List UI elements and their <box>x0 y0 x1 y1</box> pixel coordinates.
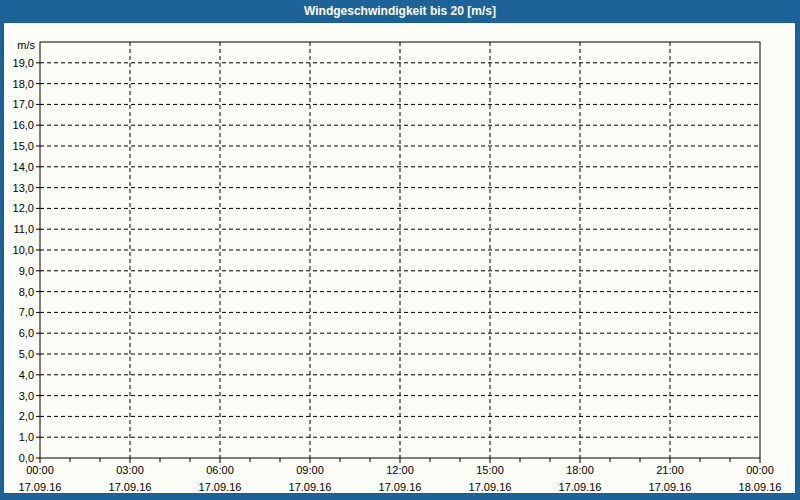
x-tick-time-label: 06:00 <box>206 464 234 476</box>
y-axis-unit-label: m/s <box>17 39 35 51</box>
x-tick-time-label: 12:00 <box>386 464 414 476</box>
y-tick-label: 4,0 <box>19 369 34 381</box>
y-tick-label: 15,0 <box>13 140 34 152</box>
y-tick-label: 3,0 <box>19 390 34 402</box>
x-tick-time-label: 00:00 <box>746 464 774 476</box>
x-tick-date-label: 17.09.16 <box>199 481 242 493</box>
wind-speed-chart: 0,01,02,03,04,05,06,07,08,09,010,011,012… <box>0 0 800 500</box>
y-tick-label: 17,0 <box>13 98 34 110</box>
y-tick-label: 5,0 <box>19 348 34 360</box>
x-tick-date-label: 17.09.16 <box>19 481 62 493</box>
y-tick-label: 0,0 <box>19 452 34 464</box>
y-tick-label: 14,0 <box>13 161 34 173</box>
x-tick-date-label: 17.09.16 <box>379 481 422 493</box>
y-tick-label: 19,0 <box>13 57 34 69</box>
y-tick-label: 10,0 <box>13 244 34 256</box>
x-tick-time-label: 21:00 <box>656 464 684 476</box>
x-tick-time-label: 00:00 <box>26 464 54 476</box>
x-tick-time-label: 18:00 <box>566 464 594 476</box>
x-tick-date-label: 17.09.16 <box>649 481 692 493</box>
y-tick-label: 7,0 <box>19 306 34 318</box>
y-tick-label: 9,0 <box>19 265 34 277</box>
x-tick-time-label: 15:00 <box>476 464 504 476</box>
chart-window: Windgeschwindigkeit bis 20 [m/s] 0,01,02… <box>0 0 800 500</box>
x-tick-date-label: 18.09.16 <box>739 481 782 493</box>
y-tick-label: 6,0 <box>19 327 34 339</box>
y-tick-label: 8,0 <box>19 286 34 298</box>
y-tick-label: 13,0 <box>13 182 34 194</box>
y-tick-label: 16,0 <box>13 119 34 131</box>
x-tick-date-label: 17.09.16 <box>559 481 602 493</box>
x-tick-date-label: 17.09.16 <box>289 481 332 493</box>
y-tick-label: 12,0 <box>13 202 34 214</box>
y-tick-label: 11,0 <box>13 223 34 235</box>
x-tick-time-label: 03:00 <box>116 464 144 476</box>
x-tick-date-label: 17.09.16 <box>469 481 512 493</box>
y-tick-label: 2,0 <box>19 410 34 422</box>
x-tick-date-label: 17.09.16 <box>109 481 152 493</box>
y-tick-label: 1,0 <box>19 431 34 443</box>
y-tick-label: 18,0 <box>13 78 34 90</box>
x-tick-time-label: 09:00 <box>296 464 324 476</box>
